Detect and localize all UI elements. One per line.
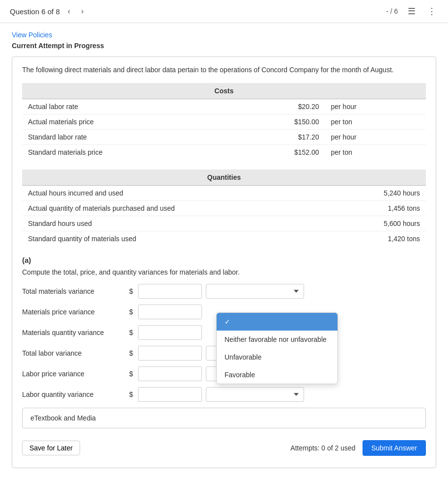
quantities-header: Quantities: [22, 169, 426, 186]
intro-text: The following direct materials and direc…: [22, 65, 426, 75]
dropdown-item-favorable[interactable]: Favorable: [217, 366, 337, 384]
dollar-sign: $: [129, 391, 133, 398]
table-row: Actual quantity of materials purchased a…: [22, 201, 426, 216]
variance-select-0[interactable]: Neither favorable nor unfavorable Unfavo…: [206, 284, 304, 299]
attempts-text: Attempts: 0 of 2 used: [290, 444, 355, 452]
dropdown-item-neither[interactable]: Neither favorable nor unfavorable: [217, 331, 337, 348]
part-a-label: (a): [22, 256, 426, 264]
row-label: Standard materials price: [22, 145, 224, 160]
table-row: Standard quantity of materials used 1,42…: [22, 231, 426, 247]
attempt-label: Current Attempt in Progress: [12, 42, 436, 50]
dropdown-overlay: ✓ Neither favorable nor unfavorable Unfa…: [216, 312, 338, 384]
question-box: The following direct materials and direc…: [12, 56, 436, 468]
header-right: - / 6 ☰ ⋮: [386, 5, 438, 18]
more-icon-button[interactable]: ⋮: [425, 5, 438, 18]
table-row: Standard materials price $152.00 per ton: [22, 145, 426, 160]
row-unit: per ton: [325, 114, 426, 130]
variance-select-5[interactable]: Neither favorable nor unfavorable Unfavo…: [206, 387, 304, 402]
row-label: Standard hours used: [22, 216, 305, 231]
row-label: Actual hours incurred and used: [22, 186, 305, 201]
next-button[interactable]: ›: [78, 6, 86, 17]
variance-input-0[interactable]: [138, 284, 202, 299]
row-label: Standard labor rate: [22, 130, 224, 145]
row-label: Actual labor rate: [22, 99, 224, 114]
variance-label: Total labor variance: [22, 349, 125, 357]
submit-answer-button[interactable]: Submit Answer: [363, 440, 426, 456]
table-row: Actual materials price $150.00 per ton: [22, 114, 426, 130]
row-label: Actual quantity of materials purchased a…: [22, 201, 305, 216]
costs-table: Costs Actual labor rate $20.20 per hour …: [22, 83, 426, 160]
variance-row: Labor quantity variance $ Neither favora…: [22, 387, 426, 402]
view-policies-link[interactable]: View Policies: [12, 31, 436, 39]
dollar-sign: $: [129, 308, 133, 316]
variance-label: Materials price variance: [22, 308, 125, 316]
table-row: Actual labor rate $20.20 per hour: [22, 99, 426, 114]
dollar-sign: $: [129, 370, 133, 378]
list-icon-button[interactable]: ☰: [406, 5, 418, 18]
row-label: Actual materials price: [22, 114, 224, 130]
compute-instruction: Compute the total, price, and quantity v…: [22, 268, 426, 276]
variance-label: Labor quantity variance: [22, 391, 125, 398]
row-unit: per ton: [325, 145, 426, 160]
row-value: 1,456 tons: [305, 201, 426, 216]
costs-header: Costs: [22, 83, 426, 99]
header-left: Question 6 of 8 ‹ ›: [10, 6, 86, 17]
row-value: 5,240 hours: [305, 186, 426, 201]
footer-bar: Save for Later Attempts: 0 of 2 used Sub…: [22, 436, 426, 460]
variance-label: Materials quantity variance: [22, 329, 125, 336]
variance-input-1[interactable]: [138, 305, 202, 319]
row-value: $150.00: [224, 114, 325, 130]
dollar-sign: $: [129, 329, 133, 336]
dollar-sign: $: [129, 349, 133, 357]
row-unit: per hour: [325, 99, 426, 114]
dropdown-item-unfavorable[interactable]: Unfavorable: [217, 348, 337, 366]
question-label: Question 6 of 8: [10, 7, 60, 16]
dollar-sign: $: [129, 287, 133, 295]
variance-label: Total materials variance: [22, 287, 125, 295]
table-row: Actual hours incurred and used 5,240 hou…: [22, 186, 426, 201]
score-label: - / 6: [386, 7, 398, 15]
variance-row: Total materials variance $ Neither favor…: [22, 284, 426, 299]
variance-input-3[interactable]: [138, 346, 202, 361]
row-value: 5,600 hours: [305, 216, 426, 231]
table-row: Standard hours used 5,600 hours: [22, 216, 426, 231]
checkmark-icon: ✓: [224, 318, 230, 326]
quantities-table: Quantities Actual hours incurred and use…: [22, 169, 426, 246]
prev-button[interactable]: ‹: [65, 6, 73, 17]
etextbook-label: eTextbook and Media: [30, 414, 96, 422]
row-value: 1,420 tons: [305, 231, 426, 247]
dropdown-item-blank[interactable]: ✓: [217, 313, 337, 331]
variance-input-2[interactable]: [138, 325, 202, 340]
row-value: $152.00: [224, 145, 325, 160]
row-value: $20.20: [224, 99, 325, 114]
row-value: $17.20: [224, 130, 325, 145]
variance-label: Labor price variance: [22, 370, 125, 378]
etextbook-bar: eTextbook and Media: [22, 408, 426, 428]
variance-input-5[interactable]: [138, 387, 202, 402]
table-row: Standard labor rate $17.20 per hour: [22, 130, 426, 145]
variance-input-4[interactable]: [138, 366, 202, 381]
row-unit: per hour: [325, 130, 426, 145]
page-header: Question 6 of 8 ‹ › - / 6 ☰ ⋮: [0, 0, 448, 23]
main-content: View Policies Current Attempt in Progres…: [0, 23, 448, 486]
save-for-later-button[interactable]: Save for Later: [22, 441, 80, 455]
row-label: Standard quantity of materials used: [22, 231, 305, 247]
